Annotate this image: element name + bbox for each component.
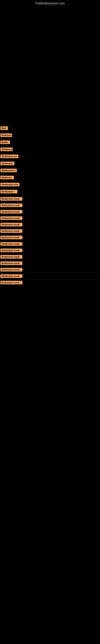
bottleneck-badge: Bottleneck result bbox=[0, 242, 22, 246]
site-title: TheBottlenecker.com bbox=[0, 0, 100, 7]
list-item: Bottleneck result bbox=[0, 209, 100, 214]
bottleneck-badge: Bottleneck result bbox=[0, 274, 22, 278]
list-item: Bottleneck result bbox=[0, 228, 100, 234]
bottleneck-badge: Bottleneck result bbox=[0, 204, 22, 207]
list-item: Bottleneck result bbox=[0, 235, 100, 240]
list-item: Bottlenec bbox=[0, 175, 100, 181]
list-item: Bottleneck r bbox=[0, 189, 100, 195]
list-item: Bottleneck result bbox=[0, 215, 100, 221]
bottleneck-badge: Bottleneck bbox=[0, 162, 14, 165]
bottleneck-badge: Bottlenec bbox=[0, 134, 12, 137]
bottleneck-badge: Bottleneck result bbox=[0, 223, 22, 226]
list-item: Bottleneck result bbox=[0, 273, 100, 279]
list-item: Bottleneck result bbox=[0, 222, 100, 227]
list-item: Bottleneck result bbox=[0, 267, 100, 272]
bottleneck-labels-section: Bott Bottlenec Bottle Bottleneck Bottlen… bbox=[0, 122, 100, 285]
list-item: Bottleneck result bbox=[0, 248, 100, 253]
bottleneck-badge: Bott bbox=[0, 126, 8, 130]
bottleneck-badge: Bottleneck result bbox=[0, 216, 22, 220]
list-item: Bottleneck bbox=[0, 161, 100, 167]
list-item: Bottleneck result bbox=[0, 241, 100, 246]
list-item: Bottlenec bbox=[0, 132, 100, 139]
site-header: TheBottlenecker.com bbox=[0, 0, 100, 7]
bottleneck-badge: Bottleneck result bbox=[0, 262, 22, 265]
list-item: Bottleneck result bbox=[0, 254, 100, 260]
bottleneck-badge: Bottleneck result bbox=[0, 281, 22, 284]
bottleneck-badge: Bottleneck bbox=[0, 148, 13, 151]
bottleneck-badge: Bottleneck result bbox=[0, 268, 22, 272]
bottleneck-badge: Bottleneck r bbox=[0, 190, 17, 194]
list-item: Bottleneck result bbox=[0, 280, 100, 285]
bottleneck-badge: Bottleneck result bbox=[0, 248, 22, 252]
bottleneck-badge: Bottleneck re bbox=[0, 169, 17, 172]
list-item: Bottle bbox=[0, 140, 100, 146]
bottleneck-badge: Bottleneck result bbox=[0, 229, 22, 233]
list-item: Bottleneck result bbox=[0, 260, 100, 266]
list-item: Bottleneck re bbox=[0, 168, 100, 174]
bottleneck-badge: Bottle bbox=[0, 140, 10, 144]
bottleneck-badge: Bottleneck resu bbox=[0, 183, 19, 186]
list-item: Bottleneck bbox=[0, 147, 100, 153]
bottleneck-badge: Bottlenec bbox=[0, 176, 14, 179]
bottleneck-badge: Bottleneck result bbox=[0, 197, 22, 201]
list-item: Bottleneck res bbox=[0, 154, 100, 160]
list-item: Bottleneck result bbox=[0, 202, 100, 208]
bottleneck-badge: Bottleneck result bbox=[0, 255, 22, 258]
bottleneck-badge: Bottleneck res bbox=[0, 154, 18, 158]
bottleneck-badge: Bottleneck result bbox=[0, 210, 22, 214]
list-item: Bottleneck resu bbox=[0, 182, 100, 188]
chart-area bbox=[0, 7, 100, 104]
list-item: Bottleneck result bbox=[0, 196, 100, 202]
list-item: Bott bbox=[0, 126, 100, 132]
bottleneck-badge: Bottleneck result bbox=[0, 236, 22, 239]
